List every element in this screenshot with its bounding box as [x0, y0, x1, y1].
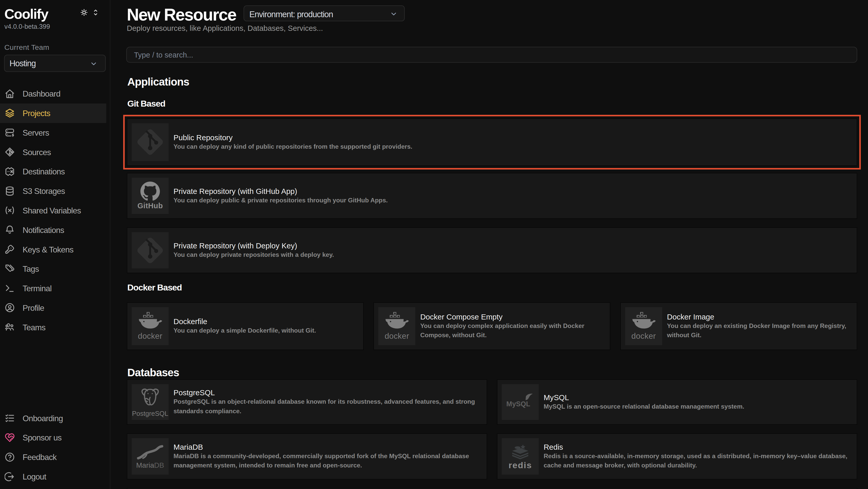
svg-text:MySQL: MySQL [506, 400, 530, 408]
